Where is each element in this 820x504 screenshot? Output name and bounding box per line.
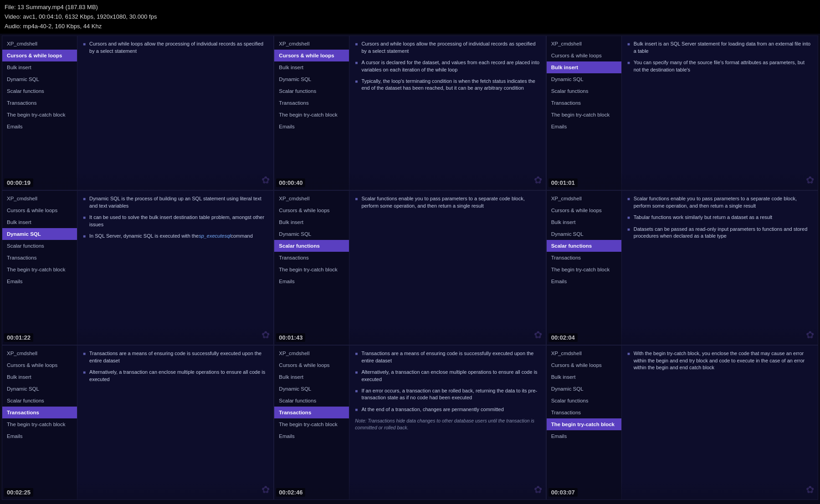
sidebar-item-bulk-insert[interactable]: Bulk insert	[274, 61, 349, 73]
sidebar-item-emails[interactable]: Emails	[274, 275, 349, 287]
timestamp-badge: 00:02:46	[276, 488, 305, 497]
thumbnail-t5: XP_cmdshellCursors & while loopsBulk ins…	[274, 190, 546, 345]
bullet-item: Bulk insert is an SQL Server statement f…	[627, 41, 812, 55]
sidebar-item-dynamic-sql[interactable]: Dynamic SQL	[274, 383, 349, 395]
sidebar-item-xpcmdshell[interactable]: XP_cmdshell	[547, 193, 621, 204]
thumbnail-t1: XP_cmdshellCursors & while loopsBulk ins…	[2, 36, 274, 190]
sidebar-item-bulk-insert[interactable]: Bulk insert	[2, 61, 77, 73]
sidebar-item-scalar-functions[interactable]: Scalar functions	[2, 85, 77, 97]
sidebar-item-dynamic-sql[interactable]: Dynamic SQL	[274, 228, 349, 240]
thumbnails-grid: XP_cmdshellCursors & while loopsBulk ins…	[0, 34, 820, 502]
bullet-item: Datasets can be passed as read-only inpu…	[627, 226, 812, 240]
sidebar-item-dynamic-sql[interactable]: Dynamic SQL	[274, 73, 349, 85]
sidebar-item-emails[interactable]: Emails	[2, 430, 77, 442]
sidebar-item-the-begin-try-catch-block[interactable]: The begin try-catch block	[2, 264, 77, 275]
audio-info: Audio: mp4a-40-2, 160 Kbps, 44 Khz	[5, 22, 815, 31]
sidebar-item-bulk-insert[interactable]: Bulk insert	[2, 216, 77, 228]
content-t2: Cursors and while loops allow the proces…	[349, 36, 545, 190]
sidebar-item-emails[interactable]: Emails	[274, 121, 349, 132]
bullet-item: A cursor is declared for the dataset, an…	[355, 59, 540, 73]
sidebar-item-transactions[interactable]: Transactions	[547, 97, 621, 109]
sidebar-item-cursors--while-loops[interactable]: Cursors & while loops	[274, 359, 349, 371]
bullet-item: Transactions are a means of ensuring cod…	[83, 350, 268, 364]
sidebar-item-xpcmdshell[interactable]: XP_cmdshell	[2, 193, 77, 204]
sidebar-item-the-begin-try-catch-block[interactable]: The begin try-catch block	[547, 109, 621, 121]
sidebar-item-transactions[interactable]: Transactions	[274, 252, 349, 264]
sidebar-item-scalar-functions[interactable]: Scalar functions	[2, 395, 77, 407]
sidebar-item-xpcmdshell[interactable]: XP_cmdshell	[274, 193, 349, 204]
sidebar-item-cursors--while-loops[interactable]: Cursors & while loops	[274, 204, 349, 216]
sidebar-item-emails[interactable]: Emails	[547, 121, 621, 132]
sidebar-item-the-begin-try-catch-block[interactable]: The begin try-catch block	[274, 264, 349, 275]
sidebar-item-the-begin-try-catch-block[interactable]: The begin try-catch block	[274, 109, 349, 121]
sidebar-item-emails[interactable]: Emails	[547, 430, 621, 442]
note-item: Note: Transactions hide data changes to …	[355, 417, 540, 431]
sidebar-item-scalar-functions[interactable]: Scalar functions	[2, 240, 77, 252]
sidebar-item-cursors--while-loops[interactable]: Cursors & while loops	[2, 204, 77, 216]
bullet-item: You can specify many of the source file'…	[627, 59, 812, 73]
video-info: Video: avc1, 00:04:10, 6132 Kbps, 1920x1…	[5, 12, 815, 22]
sidebar-item-xpcmdshell[interactable]: XP_cmdshell	[547, 347, 621, 359]
sidebar-item-xpcmdshell[interactable]: XP_cmdshell	[2, 38, 77, 50]
bullet-item: Tabular functions work similarly but ret…	[627, 214, 812, 221]
sidebar-item-dynamic-sql[interactable]: Dynamic SQL	[547, 383, 621, 395]
sidebar-item-cursors--while-loops[interactable]: Cursors & while loops	[547, 50, 621, 61]
sidebar-item-bulk-insert[interactable]: Bulk insert	[2, 371, 77, 383]
bullet-item: Scalar functions enable you to pass para…	[627, 195, 812, 209]
sidebar-item-emails[interactable]: Emails	[547, 275, 621, 287]
sidebar-item-dynamic-sql[interactable]: Dynamic SQL	[2, 228, 77, 240]
sidebar-item-cursors--while-loops[interactable]: Cursors & while loops	[274, 50, 349, 61]
sidebar-item-xpcmdshell[interactable]: XP_cmdshell	[274, 347, 349, 359]
sidebar-item-cursors--while-loops[interactable]: Cursors & while loops	[547, 204, 621, 216]
sidebar-item-xpcmdshell[interactable]: XP_cmdshell	[274, 38, 349, 50]
sidebar-item-transactions[interactable]: Transactions	[547, 252, 621, 264]
sidebar-item-xpcmdshell[interactable]: XP_cmdshell	[547, 38, 621, 50]
sidebar-item-dynamic-sql[interactable]: Dynamic SQL	[547, 228, 621, 240]
sidebar-item-emails[interactable]: Emails	[2, 275, 77, 287]
content-t4: Dynamic SQL is the process of building u…	[77, 191, 273, 345]
sidebar-item-transactions[interactable]: Transactions	[2, 407, 77, 418]
sidebar-item-scalar-functions[interactable]: Scalar functions	[547, 85, 621, 97]
bullet-item: At the end of a transaction, changes are…	[355, 406, 540, 413]
sidebar-item-transactions[interactable]: Transactions	[547, 407, 621, 418]
bullet-item: Typically, the loop's terminating condit…	[355, 78, 540, 92]
sidebar-item-scalar-functions[interactable]: Scalar functions	[274, 395, 349, 407]
sidebar-t9: XP_cmdshellCursors & while loopsBulk ins…	[547, 346, 622, 499]
sidebar-item-scalar-functions[interactable]: Scalar functions	[274, 240, 349, 252]
timestamp-badge: 00:01:22	[4, 333, 33, 342]
sidebar-item-transactions[interactable]: Transactions	[274, 407, 349, 418]
sidebar-t4: XP_cmdshellCursors & while loopsBulk ins…	[2, 191, 77, 345]
sidebar-item-bulk-insert[interactable]: Bulk insert	[547, 61, 621, 73]
sidebar-item-transactions[interactable]: Transactions	[2, 97, 77, 109]
sidebar-item-dynamic-sql[interactable]: Dynamic SQL	[2, 383, 77, 395]
sidebar-item-bulk-insert[interactable]: Bulk insert	[547, 371, 621, 383]
sidebar-t7: XP_cmdshellCursors & while loopsBulk ins…	[2, 346, 77, 499]
sidebar-item-scalar-functions[interactable]: Scalar functions	[547, 395, 621, 407]
bullet-item: Cursors and while loops allow the proces…	[355, 41, 540, 55]
decorative-flower-icon: ✿	[806, 174, 814, 186]
timestamp-badge: 00:00:19	[4, 178, 33, 187]
sidebar-item-cursors--while-loops[interactable]: Cursors & while loops	[547, 359, 621, 371]
sidebar-item-scalar-functions[interactable]: Scalar functions	[547, 240, 621, 252]
sidebar-item-the-begin-try-catch-block[interactable]: The begin try-catch block	[2, 418, 77, 430]
sidebar-item-bulk-insert[interactable]: Bulk insert	[274, 371, 349, 383]
sidebar-item-the-begin-try-catch-block[interactable]: The begin try-catch block	[547, 418, 621, 430]
sidebar-item-transactions[interactable]: Transactions	[274, 97, 349, 109]
sidebar-item-transactions[interactable]: Transactions	[2, 252, 77, 264]
sidebar-item-scalar-functions[interactable]: Scalar functions	[274, 85, 349, 97]
sidebar-item-the-begin-try-catch-block[interactable]: The begin try-catch block	[274, 418, 349, 430]
sidebar-item-the-begin-try-catch-block[interactable]: The begin try-catch block	[547, 264, 621, 275]
content-t9: With the begin try-catch block, you encl…	[622, 346, 818, 499]
sidebar-item-bulk-insert[interactable]: Bulk insert	[547, 216, 621, 228]
sidebar-item-dynamic-sql[interactable]: Dynamic SQL	[547, 73, 621, 85]
sidebar-item-the-begin-try-catch-block[interactable]: The begin try-catch block	[2, 109, 77, 121]
sidebar-item-cursors--while-loops[interactable]: Cursors & while loops	[2, 50, 77, 61]
sidebar-item-emails[interactable]: Emails	[274, 430, 349, 442]
sidebar-item-cursors--while-loops[interactable]: Cursors & while loops	[2, 359, 77, 371]
sidebar-item-xpcmdshell[interactable]: XP_cmdshell	[2, 347, 77, 359]
sidebar-item-emails[interactable]: Emails	[2, 121, 77, 132]
sidebar-item-bulk-insert[interactable]: Bulk insert	[274, 216, 349, 228]
decorative-flower-icon: ✿	[261, 484, 270, 496]
sidebar-item-dynamic-sql[interactable]: Dynamic SQL	[2, 73, 77, 85]
thumbnail-t4: XP_cmdshellCursors & while loopsBulk ins…	[2, 190, 274, 345]
